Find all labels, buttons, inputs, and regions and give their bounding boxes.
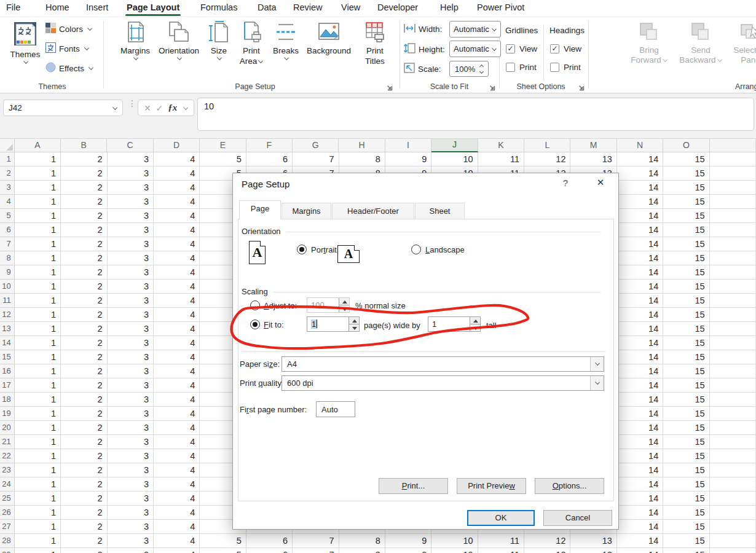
cell-L1[interactable]: 12 [524,152,570,167]
cell-K29[interactable]: 11 [478,548,524,553]
cell-B19[interactable]: 2 [61,407,107,421]
cell-D1[interactable]: 4 [154,152,200,167]
cell-C7[interactable]: 3 [108,237,154,251]
cell-C12[interactable]: 3 [108,308,154,322]
row-header-18[interactable]: 18 [0,393,15,407]
cell-I29[interactable]: 9 [385,548,431,553]
column-header-i[interactable]: I [385,139,431,152]
cell-O15[interactable]: 15 [663,350,709,364]
gridlines-view-checkbox[interactable]: ✓View [506,44,537,53]
enter-icon[interactable]: ✓ [156,103,163,113]
cell-B15[interactable]: 2 [61,350,107,364]
row-header-16[interactable]: 16 [0,364,15,378]
cell-D3[interactable]: 4 [154,181,200,195]
cell-O5[interactable]: 15 [663,209,709,223]
cell-M28[interactable]: 13 [570,534,616,548]
cell-C29[interactable]: 3 [108,548,154,553]
cell-B28[interactable]: 2 [61,534,107,548]
fit-to-label[interactable]: Fit to: [264,320,284,329]
fonts-button[interactable]: Fonts [45,42,89,55]
cell-x3[interactable] [710,181,756,195]
row-header-27[interactable]: 27 [0,520,15,534]
headings-view-checkbox[interactable]: ✓View [550,44,581,53]
cell-C11[interactable]: 3 [108,294,154,308]
cell-D11[interactable]: 4 [154,294,200,308]
cell-A2[interactable]: 1 [15,167,61,181]
cell-O4[interactable]: 15 [663,195,709,209]
cell-N25[interactable]: 14 [617,492,663,506]
cell-L29[interactable]: 12 [524,548,570,553]
cell-N26[interactable]: 14 [617,506,663,520]
cell-A5[interactable]: 1 [15,209,61,223]
cell-B6[interactable]: 2 [61,223,107,237]
cell-x16[interactable] [710,364,756,378]
cell-A26[interactable]: 1 [15,506,61,520]
chevron-down-icon[interactable] [183,105,188,110]
cell-O7[interactable]: 15 [663,237,709,251]
cell-A22[interactable]: 1 [15,449,61,463]
cell-A20[interactable]: 1 [15,421,61,435]
column-header-e[interactable]: E [200,139,246,152]
cell-C25[interactable]: 3 [108,492,154,506]
row-header-25[interactable]: 25 [0,492,15,506]
cell-J28[interactable]: 10 [431,534,478,548]
help-icon[interactable]: ? [559,178,572,188]
cell-E1[interactable]: 5 [200,152,246,167]
cell-O1[interactable]: 15 [663,152,709,167]
cell-J29[interactable]: 10 [431,548,478,553]
combo-dropdown-button[interactable] [590,357,604,371]
cell-B9[interactable]: 2 [61,265,107,280]
row-header-8[interactable]: 8 [0,251,15,265]
column-header-m[interactable]: M [570,139,616,152]
cell-N27[interactable]: 14 [617,520,663,534]
first-page-number-input[interactable]: Auto [316,401,355,417]
row-header-20[interactable]: 20 [0,421,15,435]
cell-J1[interactable]: 10 [431,152,478,167]
cell-x29[interactable] [710,548,756,553]
cell-N10[interactable]: 14 [617,280,663,294]
cell-D29[interactable]: 4 [154,548,200,553]
cell-D23[interactable]: 4 [154,463,200,477]
cell-B1[interactable]: 2 [61,152,107,167]
cell-D2[interactable]: 4 [154,167,200,181]
cell-D22[interactable]: 4 [154,449,200,463]
cell-A18[interactable]: 1 [15,393,61,407]
cell-C19[interactable]: 3 [108,407,154,421]
cell-x8[interactable] [710,251,756,265]
dialog-tab-sheet[interactable]: Sheet [415,203,465,219]
cell-E29[interactable]: 5 [200,548,246,553]
cell-x18[interactable] [710,393,756,407]
spinner-buttons[interactable] [470,317,480,331]
cell-D10[interactable]: 4 [154,280,200,294]
cell-O11[interactable]: 15 [663,294,709,308]
row-header-19[interactable]: 19 [0,407,15,421]
row-header-7[interactable]: 7 [0,237,15,251]
cell-A9[interactable]: 1 [15,265,61,280]
cell-x13[interactable] [710,322,756,336]
column-header-c[interactable]: C [107,139,153,152]
cell-B18[interactable]: 2 [61,393,107,407]
row-header-9[interactable]: 9 [0,265,15,280]
cell-C22[interactable]: 3 [108,449,154,463]
cancel-icon[interactable]: ✕ [144,103,151,113]
column-header-a[interactable]: A [15,139,61,152]
cell-B20[interactable]: 2 [61,421,107,435]
column-header-clipped[interactable] [710,139,756,152]
column-header-f[interactable]: F [246,139,293,152]
cell-A10[interactable]: 1 [15,280,61,294]
cell-N14[interactable]: 14 [617,336,663,350]
cell-x25[interactable] [710,492,756,506]
dialog-tab-page[interactable]: Page [239,200,281,219]
cell-C1[interactable]: 3 [108,152,154,167]
cell-C28[interactable]: 3 [108,534,154,548]
cell-N5[interactable]: 14 [617,209,663,223]
cell-D15[interactable]: 4 [154,350,200,364]
cell-O21[interactable]: 15 [663,435,709,449]
cell-N1[interactable]: 14 [617,152,663,167]
cell-O9[interactable]: 15 [663,265,709,280]
menu-tab-formulas[interactable]: Formulas [200,0,237,17]
cell-x14[interactable] [710,336,756,350]
cell-F1[interactable]: 6 [246,152,293,167]
background-button[interactable]: Background [302,21,356,56]
menu-tab-developer[interactable]: Developer [377,0,418,17]
